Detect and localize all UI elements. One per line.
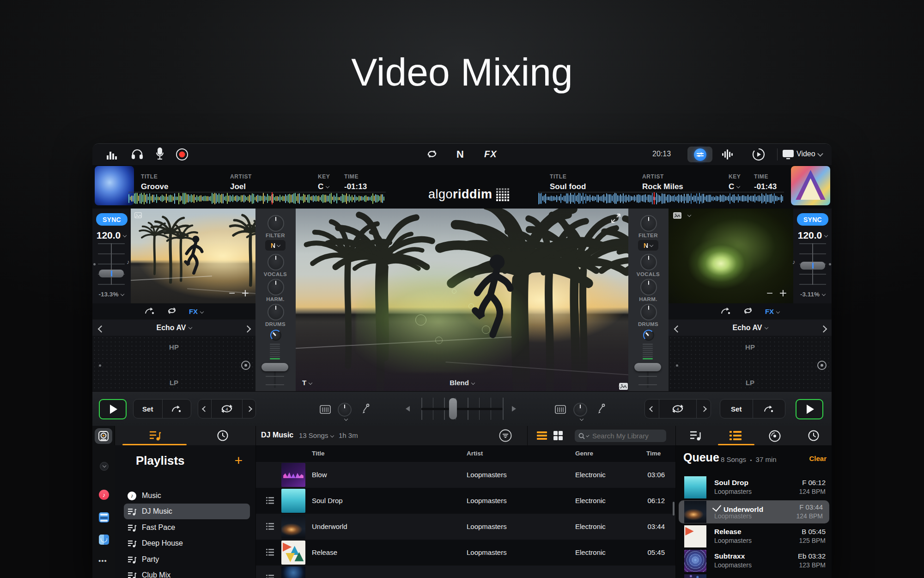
crossfader[interactable] — [421, 398, 503, 420]
tab-queue[interactable] — [729, 430, 742, 443]
output-mode-dropdown[interactable]: Video — [796, 150, 822, 158]
table-row[interactable]: Soul Drop Loopmasters Electronic 06:12 — [256, 488, 675, 514]
chevron-down-icon[interactable] — [580, 417, 584, 421]
deck-a-drums-knob[interactable] — [267, 304, 284, 320]
apple-music-source[interactable]: ♪ — [99, 490, 109, 500]
list-view-button[interactable] — [537, 431, 547, 442]
zoom-out-button[interactable]: − — [229, 287, 235, 300]
levels-icon[interactable] — [106, 149, 117, 160]
add-playlist-button[interactable]: + — [234, 453, 243, 468]
record-icon[interactable] — [176, 148, 188, 161]
tab-history[interactable] — [217, 430, 228, 443]
deck-a-tempo-percent[interactable]: -13.3% — [94, 291, 128, 298]
deck-a-play-button[interactable] — [99, 399, 127, 419]
deck-a-vocals-knob[interactable] — [267, 254, 284, 271]
search-box[interactable] — [575, 430, 666, 442]
deck-b-waveform[interactable] — [538, 192, 784, 204]
visual-source-selector[interactable] — [619, 385, 622, 387]
deck-a-cue-jump-button[interactable] — [162, 400, 191, 418]
deck-b-album-art[interactable] — [791, 166, 830, 205]
table-scrollbar[interactable] — [673, 502, 675, 516]
tab-playlists[interactable] — [149, 430, 161, 443]
deck-a-loop-halve-button[interactable] — [198, 400, 211, 418]
deck-b-drums-knob[interactable] — [640, 304, 657, 320]
finder-source[interactable] — [99, 535, 109, 545]
tab-vinyl[interactable] — [769, 430, 781, 444]
deck-a-volume-fader[interactable] — [261, 363, 288, 371]
sidebar-item-dj-music[interactable]: DJ Music — [124, 504, 250, 519]
sidebar-item-music[interactable]: ♪ Music — [124, 488, 250, 504]
queue-item[interactable]: Subtraxx Loopmasters Eb 03:32 123 BPM — [676, 549, 832, 572]
microphone-icon[interactable] — [156, 148, 164, 160]
tab-queue-history[interactable] — [808, 430, 819, 443]
deck-a-loop-double-button[interactable] — [242, 400, 255, 418]
deck-a-scratch-icon[interactable] — [362, 404, 370, 414]
column-artist[interactable]: Artist — [467, 450, 483, 457]
song-count-dropdown[interactable]: 13 Songs — [299, 431, 334, 439]
deck-a-effect-name[interactable]: Echo AV — [92, 324, 255, 332]
deck-b-harmonic-knob[interactable] — [640, 279, 657, 295]
table-row[interactable]: Blow Loopmasters Electronic 03:06 — [256, 462, 675, 488]
more-sources-button[interactable]: ••• — [98, 557, 107, 565]
table-row[interactable]: Underworld Loopmasters Electronic 03:44 — [256, 514, 675, 540]
tab-song-info[interactable] — [690, 430, 702, 443]
deck-a-tempo-handle[interactable] — [99, 270, 124, 277]
deck-b-volume-fader[interactable] — [634, 363, 661, 371]
deck-b-visual-thumbnail[interactable]: − + — [669, 209, 793, 303]
crossfader-handle[interactable] — [449, 398, 457, 419]
table-row-partial[interactable] — [256, 566, 675, 578]
deck-a-filter-mini-knob[interactable] — [338, 403, 352, 417]
deck-a-bpm[interactable]: 120.0 — [95, 230, 128, 241]
deck-b-loop-halve-button[interactable] — [645, 400, 659, 418]
chevron-down-icon[interactable] — [687, 213, 691, 217]
zoom-in-button[interactable]: + — [779, 286, 787, 301]
video-source-button[interactable] — [95, 428, 112, 444]
deck-b-tempo-handle[interactable] — [800, 262, 825, 270]
queue-item[interactable]: Release Loopmasters B 05:45 125 BPM — [676, 525, 832, 548]
neural-mix-icon[interactable]: N — [456, 148, 464, 160]
waveform-view-icon[interactable] — [722, 149, 734, 160]
deck-b-effect-name[interactable]: Echo AV — [669, 324, 832, 332]
deck-b-loop-double-button[interactable] — [696, 400, 711, 418]
deck-a-video-thumbnail[interactable]: − + — [131, 209, 255, 303]
queue-item-partial[interactable] — [676, 574, 832, 578]
crossfader-right-arrow[interactable] — [512, 406, 516, 412]
fx-toolbar-icon[interactable]: FX — [484, 149, 497, 160]
deck-b-vocals-knob[interactable] — [640, 254, 657, 271]
deck-a-gain-knob[interactable] — [270, 330, 281, 341]
deck-a-pads-icon[interactable] — [320, 405, 331, 414]
search-scope-chevron[interactable] — [586, 434, 589, 437]
deck-a-tempo-slider[interactable] — [97, 243, 126, 285]
queue-item[interactable]: Soul Drop Loopmasters F 06:12 124 BPM — [676, 476, 832, 499]
column-genre[interactable]: Genre — [575, 450, 593, 457]
fullscreen-icon[interactable] — [611, 213, 621, 223]
deck-a-key-field[interactable]: KEY C — [318, 173, 330, 191]
cue-jump-icon[interactable] — [721, 307, 731, 317]
queue-clear-button[interactable]: Clear — [809, 455, 827, 462]
crossfader-left-arrow[interactable] — [406, 406, 410, 412]
deck-b-tempo-percent[interactable]: -3.11% — [796, 291, 830, 298]
deck-a-loop-button[interactable]: 4 — [211, 400, 242, 418]
deck-b-bpm[interactable]: 120.0 — [796, 230, 829, 241]
filter-icon[interactable] — [499, 429, 512, 444]
deck-b-tempo-slider[interactable] — [798, 243, 827, 285]
column-title[interactable]: Title — [312, 450, 325, 457]
deck-b-filter-mini-knob[interactable] — [573, 403, 587, 417]
queue-item-selected[interactable]: Underworld Loopmasters F 03:44 124 BPM — [679, 500, 829, 523]
eq-panel-button[interactable] — [687, 147, 712, 162]
deck-a-filter-knob[interactable] — [267, 215, 284, 232]
loop-icon[interactable] — [167, 307, 177, 317]
next-effect-button[interactable] — [821, 325, 826, 333]
grid-view-button[interactable] — [553, 431, 563, 442]
deck-b-filter-knob[interactable] — [640, 215, 657, 232]
deck-b-play-button[interactable] — [796, 399, 823, 419]
deck-b-xy-pad[interactable]: HP LP — [669, 336, 832, 391]
deck-a-set-cue-button[interactable]: Set — [134, 400, 162, 418]
sidebar-item-club-mix[interactable]: Club Mix — [124, 567, 250, 578]
deck-b-scratch-icon[interactable] — [597, 404, 605, 414]
deck-a-harmonic-knob[interactable] — [267, 279, 284, 295]
deck-b-key-field[interactable]: KEY C — [729, 173, 741, 191]
deck-a-xy-pad[interactable]: HP LP — [92, 336, 255, 391]
automix-icon[interactable] — [752, 148, 765, 161]
zoom-out-button[interactable]: − — [766, 287, 773, 300]
